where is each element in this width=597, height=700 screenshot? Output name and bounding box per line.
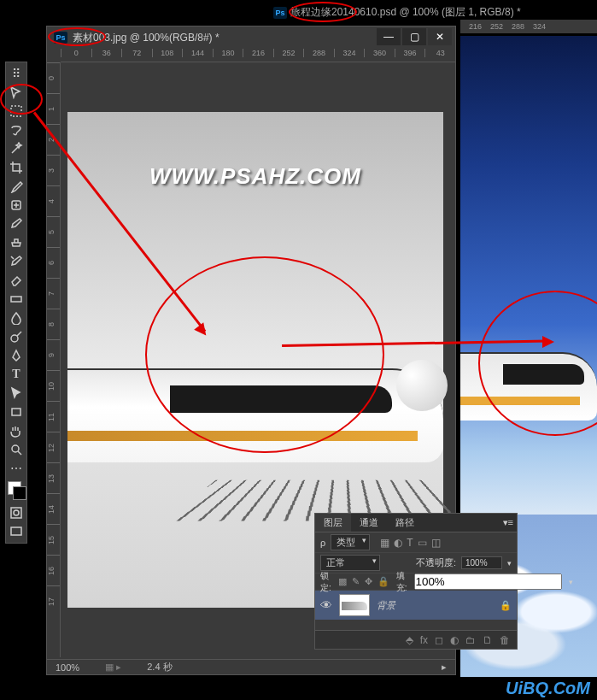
rectangle-tool[interactable] [6,403,26,421]
photoshop-icon: Ps [273,7,287,19]
screen-mode-toggle[interactable] [6,522,26,541]
svg-rect-4 [12,409,20,415]
ruler-horizontal-main: 216252288324 [460,20,597,33]
layer-thumbnail[interactable] [339,594,370,616]
filter-type-icon[interactable]: T [407,537,413,549]
eraser-tool[interactable] [6,271,26,290]
lock-pixels-icon[interactable]: ✎ [352,576,360,587]
tab-paths[interactable]: 路径 [387,514,423,532]
magic-wand-tool[interactable] [6,139,26,158]
svg-rect-6 [11,508,21,518]
status-timing: 2.4 秒 [147,661,172,674]
chevron-down-icon[interactable]: ▾ [569,578,573,586]
layer-mask-icon[interactable]: ◻ [435,634,443,646]
close-button[interactable]: ✕ [428,28,452,45]
layer-name[interactable]: 背景 [377,599,395,612]
layer-row[interactable]: 👁 背景 🔒 [315,591,517,620]
svg-rect-0 [11,106,21,116]
filter-adjustment-icon[interactable]: ◐ [394,537,402,549]
minimize-button[interactable]: — [377,28,401,45]
svg-rect-8 [11,527,21,535]
visibility-eye-icon[interactable]: 👁 [320,598,332,612]
clone-stamp-tool[interactable] [6,233,26,252]
status-bar: 100% ▦ ▸ 2.4 秒 ▸ [47,659,455,674]
layers-panel: 图层 通道 路径 ▾≡ ρ 类型 ▦ ◐ T ▭ ◫ 正常 不透明度: ▾ 锁定… [314,513,518,650]
marquee-tool[interactable] [6,102,26,121]
fill-input[interactable] [414,574,562,590]
panel-menu-icon[interactable]: ▾≡ [503,517,513,528]
background-color[interactable] [13,486,26,500]
color-swatches[interactable] [8,481,25,500]
layer-style-icon[interactable]: fx [420,634,428,646]
search-icon: ρ [320,538,325,548]
train-graphic [67,326,443,497]
filter-shape-icon[interactable]: ▭ [418,537,427,549]
blur-tool[interactable] [6,309,26,327]
adjustment-layer-icon[interactable]: ◐ [450,634,459,646]
maximize-button[interactable]: ▢ [402,28,426,45]
lock-transparency-icon[interactable]: ▩ [338,576,347,587]
watermark-text: WWW.PSAHZ.COM [149,163,361,190]
lasso-tool[interactable] [6,121,26,139]
ruler-vertical: 01234567891011121314151617 [47,62,61,657]
pen-tool[interactable] [6,346,26,365]
eyedropper-tool[interactable] [6,177,26,196]
type-tool[interactable]: T [6,365,26,384]
delete-layer-icon[interactable]: 🗑 [500,634,510,646]
chevron-down-icon[interactable]: ▾ [507,559,512,568]
link-layers-icon[interactable]: ⬘ [406,634,413,646]
svg-point-3 [11,335,18,342]
brush-tool[interactable] [6,215,26,233]
filter-smart-icon[interactable]: ◫ [431,537,441,549]
quick-mask-toggle[interactable] [6,503,26,522]
panel-grip[interactable]: ⠿ [6,64,26,83]
dodge-tool[interactable] [6,327,26,346]
watermark-uibq: UiBQ.CoM [506,679,590,698]
svg-point-5 [12,445,19,452]
healing-brush-tool[interactable] [6,196,26,215]
lock-label: 锁定: [320,570,331,594]
move-tool[interactable] [6,83,26,102]
opacity-input[interactable] [461,556,502,569]
group-icon[interactable]: 🗀 [465,634,476,646]
fill-label: 填充: [396,570,407,594]
ruler-horizontal: 0367210814418021625228832436039643 [61,49,455,62]
blend-mode-dropdown[interactable]: 正常 [320,555,380,571]
lock-icon: 🔒 [500,600,512,611]
filter-pixel-icon[interactable]: ▦ [380,537,389,549]
svg-point-7 [14,510,19,515]
train-graphic-right [460,335,597,429]
opacity-label: 不透明度: [416,556,456,569]
history-brush-tool[interactable] [6,252,26,271]
tools-panel: ⠿ T ⋯ [5,62,27,544]
new-layer-icon[interactable]: 🗋 [483,634,493,646]
zoom-level[interactable]: 100% [56,662,79,673]
photoshop-icon: Ps [54,32,67,44]
gradient-tool[interactable] [6,290,26,309]
svg-rect-2 [11,297,21,302]
hand-tool[interactable] [6,421,26,440]
more-tools[interactable]: ⋯ [6,459,26,478]
lock-position-icon[interactable]: ✥ [365,576,372,587]
path-selection-tool[interactable] [6,384,26,403]
crop-tool[interactable] [6,158,26,177]
tab-channels[interactable]: 通道 [351,514,387,532]
zoom-tool[interactable] [6,440,26,459]
tab-layers[interactable]: 图层 [315,514,351,532]
main-document-tab[interactable]: 旅程边缘20140610.psd @ 100% (图层 1, RGB/8) * [290,5,521,20]
filter-kind-dropdown[interactable]: 类型 [331,534,370,550]
lock-all-icon[interactable]: 🔒 [378,576,389,587]
document-title: 素材003.jpg @ 100%(RGB/8#) * [73,31,219,45]
